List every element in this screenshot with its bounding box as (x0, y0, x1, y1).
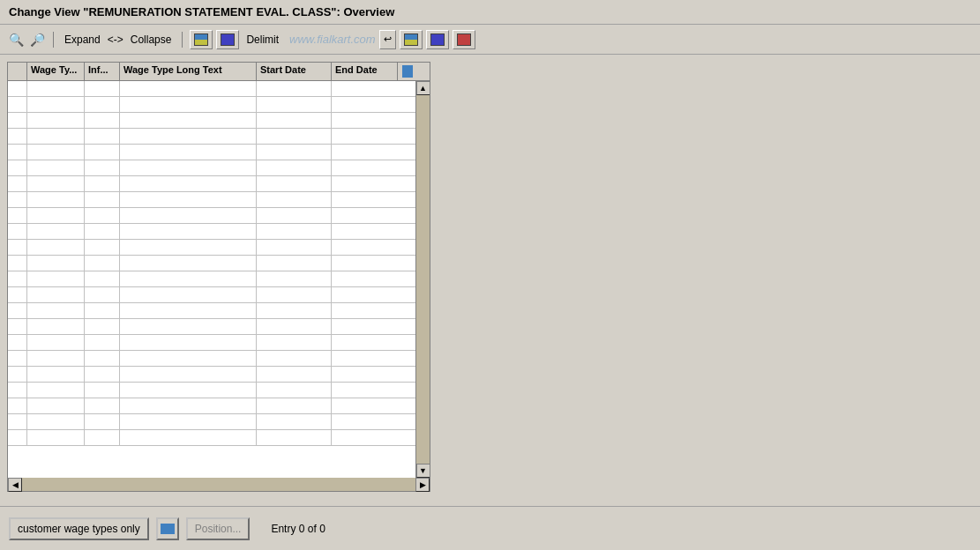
footer: customer wage types only Position... Ent… (0, 506, 980, 550)
footer-icon (161, 524, 175, 534)
table-row[interactable] (8, 430, 415, 446)
scroll-right-button[interactable]: ▶ (415, 478, 430, 492)
settings-grid-icon (402, 65, 413, 78)
footer-icon-button[interactable] (156, 517, 179, 540)
grid3-icon (457, 33, 471, 46)
col-header-enddate[interactable]: End Date (332, 63, 398, 80)
table-row[interactable] (8, 160, 415, 176)
arrow-label: <-> (108, 33, 123, 46)
table-row[interactable] (8, 256, 415, 271)
table-container: Wage Ty... Inf... Wage Type Long Text St… (7, 62, 430, 478)
table-row[interactable] (8, 224, 415, 240)
col-header-inf[interactable]: Inf... (85, 63, 120, 80)
table-rows (8, 81, 415, 446)
save-icon (221, 33, 235, 46)
table-row[interactable] (8, 303, 415, 319)
separator-2 (182, 32, 183, 48)
col-header-startdate[interactable]: Start Date (257, 63, 332, 80)
save-button[interactable] (216, 30, 239, 49)
finder-icon[interactable]: 🔎 (28, 31, 46, 48)
delimit-label: Delimit (246, 33, 279, 46)
undo-button[interactable]: ↩ (379, 30, 396, 49)
title-bar: Change View "REMUNERATION STATEMENT EVAL… (0, 0, 980, 25)
table-row[interactable] (8, 383, 415, 398)
delimit-button[interactable]: Delimit (243, 32, 282, 48)
table-row[interactable] (8, 145, 415, 160)
customer-wage-types-button[interactable]: customer wage types only (9, 517, 149, 540)
separator-1 (53, 32, 54, 48)
grid2-button[interactable] (426, 30, 449, 49)
table-row[interactable] (8, 351, 415, 367)
scroll-track (416, 95, 430, 464)
col-header-check (8, 63, 27, 80)
table-row[interactable] (8, 113, 415, 129)
collapse-button[interactable]: Collapse (127, 32, 176, 48)
position-label: Position... (195, 523, 242, 535)
expand-label: Expand (64, 33, 101, 46)
scroll-up-button[interactable]: ▲ (416, 81, 430, 95)
table-row[interactable] (8, 192, 415, 208)
col-header-wagety[interactable]: Wage Ty... (27, 63, 85, 80)
entry-count: Entry 0 of 0 (271, 523, 325, 535)
table-row[interactable] (8, 335, 415, 351)
table-row[interactable] (8, 81, 415, 97)
customer-wage-types-label: customer wage types only (18, 523, 140, 535)
page-title: Change View "REMUNERATION STATEMENT EVAL… (9, 5, 394, 19)
collapse-label: Collapse (131, 33, 172, 46)
watermark: www.fialkart.com (289, 33, 376, 46)
table-rows-area: ▲ ▼ (8, 81, 430, 478)
grid2-icon (430, 33, 445, 46)
main-content: Wage Ty... Inf... Wage Type Long Text St… (0, 55, 980, 499)
h-scroll-track (22, 478, 415, 491)
table-wrapper: Wage Ty... Inf... Wage Type Long Text St… (7, 62, 430, 492)
table-row[interactable] (8, 414, 415, 430)
vertical-scrollbar[interactable]: ▲ ▼ (415, 81, 430, 478)
undo-icon: ↩ (384, 33, 392, 45)
table-row[interactable] (8, 240, 415, 256)
table-row[interactable] (8, 287, 415, 303)
copy-icon (194, 33, 208, 46)
scroll-left-button[interactable]: ◀ (8, 478, 22, 492)
table-row[interactable] (8, 398, 415, 414)
table-row[interactable] (8, 129, 415, 145)
position-button[interactable]: Position... (186, 517, 251, 540)
col-header-settings[interactable] (398, 63, 417, 80)
table-row[interactable] (8, 319, 415, 335)
table-row[interactable] (8, 271, 415, 287)
table-row[interactable] (8, 176, 415, 192)
horizontal-scrollbar[interactable]: ◀ ▶ (7, 478, 430, 492)
col-header-wagelong[interactable]: Wage Type Long Text (120, 63, 257, 80)
grid1-icon (404, 33, 418, 46)
expand-button[interactable]: Expand (61, 32, 104, 48)
magnifier-icon[interactable]: 🔍 (7, 31, 25, 48)
toolbar: 🔍 🔎 Expand <-> Collapse Delimit www.fial… (0, 25, 980, 55)
copy-button[interactable] (190, 30, 213, 49)
table-row[interactable] (8, 208, 415, 224)
table-header: Wage Ty... Inf... Wage Type Long Text St… (8, 63, 430, 81)
grid3-button[interactable] (453, 30, 475, 49)
table-row[interactable] (8, 97, 415, 113)
grid1-button[interactable] (400, 30, 423, 49)
scroll-down-button[interactable]: ▼ (416, 464, 430, 478)
table-row[interactable] (8, 367, 415, 383)
